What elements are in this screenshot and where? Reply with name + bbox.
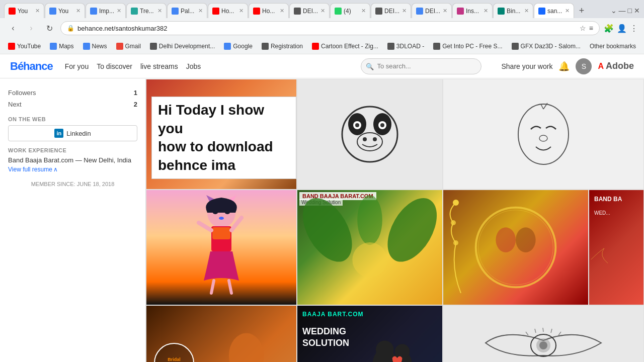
svg-point-19: [219, 217, 224, 220]
svg-point-31: [478, 210, 553, 285]
tab-close-2[interactable]: ✕: [76, 8, 80, 14]
user-avatar[interactable]: S: [576, 58, 592, 74]
grid-cell-sketch[interactable]: [443, 79, 644, 190]
tab-favicon-14: [538, 8, 545, 15]
notification-bell-icon[interactable]: 🔔: [558, 61, 570, 72]
behance-nav: For you To discover live streams Jobs: [65, 62, 201, 70]
minimize-icon[interactable]: —: [619, 7, 626, 15]
bookmark-cartoon-label: Cartoon Effect - Zig...: [321, 43, 378, 50]
tab-2[interactable]: You ✕: [45, 3, 85, 18]
tab-close-8[interactable]: ✕: [320, 8, 325, 14]
tab-8[interactable]: DEI... ✕: [289, 3, 330, 18]
close-window-icon[interactable]: ✕: [634, 7, 640, 15]
linkedin-button[interactable]: in Linkedin: [8, 125, 137, 141]
bookmark-gfx[interactable]: GFX Daz3D - Salom...: [508, 40, 585, 52]
bookmark-3dload[interactable]: 3DLOAD -: [383, 40, 428, 52]
grid-cell-band-partial[interactable]: BAND BA WED...: [589, 190, 644, 305]
url-bar[interactable]: 🔒 behance.net/santoshkumar382 ☆ ≡: [60, 21, 600, 35]
behance-header: Béhance For you To discover live streams…: [0, 54, 644, 78]
tab-9[interactable]: (4) ✕: [330, 3, 370, 18]
svg-point-34: [453, 200, 459, 206]
lock-icon: 🔒: [67, 25, 74, 32]
tab-close-5[interactable]: ✕: [198, 8, 203, 14]
reload-button[interactable]: ↻: [42, 21, 56, 35]
grid-row-2: BAND BAAJA BARAT.COM Wedding Solution: [146, 190, 644, 305]
grid-cell-bridal[interactable]: BridalLehengas BOOKNOW! bandbaajabarat.c…: [146, 305, 297, 362]
nav-for-you[interactable]: For you: [65, 62, 89, 70]
maximize-icon[interactable]: □: [628, 7, 632, 15]
tab-close-3[interactable]: ✕: [117, 8, 121, 14]
bookmark-star-icon[interactable]: ☆: [580, 24, 586, 32]
bookmark-reg-icon: [262, 43, 269, 50]
tab-close-7[interactable]: ✕: [280, 8, 284, 14]
search-input[interactable]: [361, 58, 481, 74]
grid-cell-couple[interactable]: [443, 190, 589, 305]
address-extras: ☆ ≡: [580, 24, 593, 32]
tab-6[interactable]: Ho... ✕: [208, 3, 248, 18]
reading-mode-icon[interactable]: ≡: [589, 24, 593, 32]
bookmark-registration[interactable]: Registration: [258, 40, 307, 52]
nav-to-discover[interactable]: To discover: [97, 62, 132, 70]
tab-4[interactable]: Tre... ✕: [126, 3, 167, 18]
tab-dropdown-icon[interactable]: ⌄: [611, 7, 617, 15]
grid-cell-eyes[interactable]: [443, 305, 644, 362]
tab-close-11[interactable]: ✕: [443, 8, 447, 14]
grid-cell-wedding-green[interactable]: BAND BAAJA BARAT.COM Wedding Solution: [297, 190, 443, 305]
tab-favicon-6: [212, 8, 219, 15]
forward-button[interactable]: ›: [24, 21, 38, 35]
adobe-label: Adobe: [606, 61, 634, 71]
tab-3[interactable]: Imp... ✕: [86, 3, 126, 18]
settings-icon[interactable]: ⋮: [630, 24, 638, 33]
tab-title-6: Ho...: [221, 8, 237, 15]
bookmark-delhi[interactable]: Delhi Development...: [146, 40, 219, 52]
grid-cell-dance[interactable]: [146, 190, 297, 305]
bookmark-gmail-icon: [116, 43, 123, 50]
svg-point-39: [376, 340, 394, 358]
grid-cell-warm[interactable]: Hi Today I show you how to download behn…: [146, 79, 297, 190]
bookmark-youtube-label: YouTube: [17, 43, 41, 50]
tab-title-8: DEI...: [303, 8, 318, 15]
tab-close-10[interactable]: ✕: [402, 8, 407, 14]
bookmark-gmail[interactable]: Gmail: [112, 40, 145, 52]
tab-1[interactable]: You ✕: [4, 3, 44, 18]
bookmark-maps[interactable]: Maps: [46, 40, 77, 52]
tab-14[interactable]: san... ✕: [534, 3, 574, 18]
grid-cell-panda[interactable]: [297, 79, 443, 190]
tab-5[interactable]: Pal... ✕: [167, 3, 207, 18]
bookmark-getintopc[interactable]: Get Into PC - Free S...: [429, 40, 506, 52]
back-button[interactable]: ‹: [6, 21, 20, 35]
new-tab-button[interactable]: +: [575, 4, 589, 18]
behance-logo[interactable]: Béhance: [10, 60, 53, 73]
bookmark-cartoon[interactable]: Cartoon Effect - Zig...: [308, 40, 382, 52]
tab-12[interactable]: Ins... ✕: [452, 3, 493, 18]
nav-jobs[interactable]: Jobs: [186, 62, 201, 70]
nav-live-streams[interactable]: live streams: [140, 62, 178, 70]
tab-11[interactable]: DEI... ✕: [412, 3, 452, 18]
tab-close-6[interactable]: ✕: [239, 8, 244, 14]
tab-close-9[interactable]: ✕: [361, 8, 366, 14]
svg-point-28: [357, 195, 382, 245]
view-resume-link[interactable]: View full resume ∧: [8, 166, 137, 173]
extensions-icon[interactable]: 🧩: [604, 24, 614, 33]
tab-close-1[interactable]: ✕: [35, 8, 40, 14]
svg-point-11: [539, 135, 547, 141]
tab-10[interactable]: DEI... ✕: [371, 3, 411, 18]
tab-7[interactable]: Ho... ✕: [249, 3, 289, 18]
tab-close-14[interactable]: ✕: [565, 8, 570, 14]
tab-close-13[interactable]: ✕: [524, 8, 529, 14]
overlay-line1: Hi Today I show you: [158, 101, 290, 138]
bookmark-google[interactable]: Google: [220, 40, 257, 52]
share-work-button[interactable]: Share your work: [502, 62, 553, 70]
tab-close-12[interactable]: ✕: [484, 8, 488, 14]
bookmark-youtube[interactable]: YouTube: [4, 40, 45, 52]
tab-13[interactable]: Bin... ✕: [493, 3, 533, 18]
eyes-sketch-svg: [475, 318, 611, 362]
grid-cell-wedding-dark[interactable]: BAAJA BART.COM WEDDINGSOLUTION: [297, 305, 443, 362]
svg-rect-21: [212, 227, 230, 239]
url-text: behance.net/santoshkumar382: [77, 25, 577, 32]
bookmark-news[interactable]: News: [79, 40, 111, 52]
tab-favicon-1: [9, 8, 16, 15]
bookmark-other[interactable]: Other bookmarks: [586, 40, 640, 52]
profile-icon[interactable]: 👤: [617, 24, 627, 33]
tab-close-4[interactable]: ✕: [157, 8, 162, 14]
